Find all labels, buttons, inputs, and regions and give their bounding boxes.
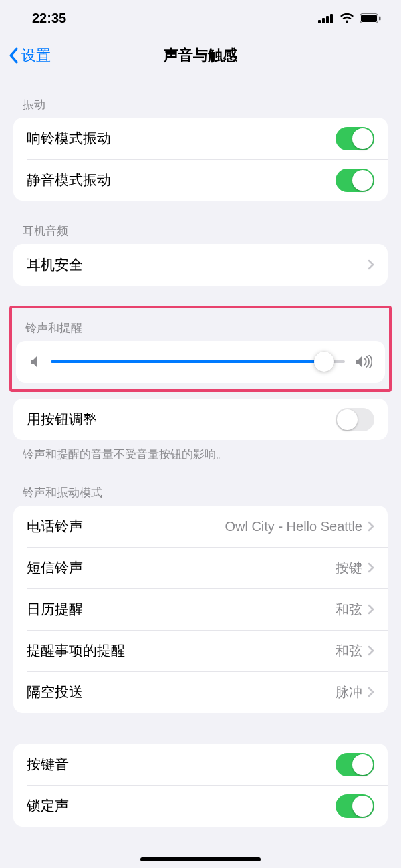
svg-rect-2 — [326, 16, 329, 23]
section-header-ringer: 铃声和提醒 — [12, 308, 389, 341]
group-change-buttons: 用按钮调整 — [13, 399, 388, 440]
volume-low-icon — [29, 355, 41, 368]
row-ringer-volume — [16, 341, 385, 383]
chevron-right-icon — [368, 562, 374, 573]
row-detail: 和弦 — [336, 642, 362, 660]
page-title: 声音与触感 — [0, 45, 401, 66]
back-button[interactable]: 设置 — [8, 45, 51, 66]
battery-icon — [360, 13, 381, 23]
row-change-with-buttons[interactable]: 用按钮调整 — [13, 399, 388, 440]
row-headphone-safety[interactable]: 耳机安全 — [13, 244, 388, 286]
cellular-signal-icon — [318, 14, 334, 23]
volume-slider[interactable] — [51, 360, 345, 363]
status-bar: 22:35 — [0, 0, 401, 37]
toggle-keyboard-clicks[interactable] — [336, 753, 374, 776]
svg-rect-6 — [379, 17, 381, 21]
status-indicators — [318, 13, 381, 24]
home-indicator[interactable] — [140, 857, 261, 861]
chevron-right-icon — [368, 259, 374, 270]
row-detail: 脉冲 — [336, 683, 362, 701]
row-silent-vibrate[interactable]: 静音模式振动 — [13, 159, 388, 201]
footer-note-ringer: 铃声和提醒的音量不受音量按钮的影响。 — [0, 440, 401, 462]
row-label: 提醒事项的提醒 — [27, 641, 336, 660]
row-label: 日历提醒 — [27, 600, 336, 619]
row-calendar-alert[interactable]: 日历提醒 和弦 — [13, 588, 388, 630]
row-detail: 按键 — [336, 559, 362, 577]
row-lock-sound[interactable]: 锁定声 — [13, 785, 388, 827]
row-airdrop[interactable]: 隔空投送 脉冲 — [13, 671, 388, 713]
row-ring-vibrate[interactable]: 响铃模式振动 — [13, 118, 388, 159]
row-label: 电话铃声 — [27, 517, 225, 536]
svg-rect-0 — [318, 20, 321, 23]
row-ringtone[interactable]: 电话铃声 Owl City - Hello Seattle — [13, 506, 388, 547]
row-detail: 和弦 — [336, 601, 362, 619]
row-label: 短信铃声 — [27, 558, 336, 577]
chevron-left-icon — [8, 47, 19, 64]
section-header-vibration: 振动 — [0, 74, 401, 118]
row-keyboard-clicks[interactable]: 按键音 — [13, 744, 388, 785]
toggle-change-with-buttons[interactable] — [336, 408, 374, 431]
nav-bar: 设置 声音与触感 — [0, 37, 401, 74]
group-patterns: 电话铃声 Owl City - Hello Seattle 短信铃声 按键 日历… — [13, 506, 388, 713]
row-text-tone[interactable]: 短信铃声 按键 — [13, 547, 388, 588]
row-label: 静音模式振动 — [27, 171, 336, 189]
svg-rect-5 — [361, 15, 377, 22]
chevron-right-icon — [368, 687, 374, 697]
status-time: 22:35 — [32, 11, 66, 26]
chevron-right-icon — [368, 645, 374, 656]
row-label: 用按钮调整 — [27, 410, 336, 429]
toggle-silent-vibrate[interactable] — [336, 169, 374, 192]
row-reminder-alert[interactable]: 提醒事项的提醒 和弦 — [13, 630, 388, 671]
group-headphone: 耳机安全 — [13, 244, 388, 286]
group-vibration: 响铃模式振动 静音模式振动 — [13, 118, 388, 201]
section-header-patterns: 铃声和振动模式 — [0, 462, 401, 506]
svg-rect-3 — [330, 14, 333, 23]
toggle-ring-vibrate[interactable] — [336, 127, 374, 150]
back-label: 设置 — [21, 45, 51, 66]
row-label: 响铃模式振动 — [27, 129, 336, 148]
chevron-right-icon — [368, 521, 374, 532]
wifi-icon — [340, 13, 354, 24]
row-label: 耳机安全 — [27, 255, 368, 274]
row-detail: Owl City - Hello Seattle — [225, 519, 362, 534]
row-label: 锁定声 — [27, 796, 336, 815]
row-label: 按键音 — [27, 755, 336, 774]
svg-rect-1 — [322, 18, 325, 23]
row-label: 隔空投送 — [27, 683, 336, 701]
group-ringer-slider — [16, 341, 385, 383]
toggle-lock-sound[interactable] — [336, 794, 374, 818]
highlight-ringer-section: 铃声和提醒 — [9, 306, 392, 392]
section-spacer — [0, 713, 401, 744]
volume-high-icon — [354, 355, 372, 368]
chevron-right-icon — [368, 604, 374, 615]
group-system-sounds: 按键音 锁定声 — [13, 744, 388, 827]
section-header-headphone: 耳机音频 — [0, 201, 401, 244]
